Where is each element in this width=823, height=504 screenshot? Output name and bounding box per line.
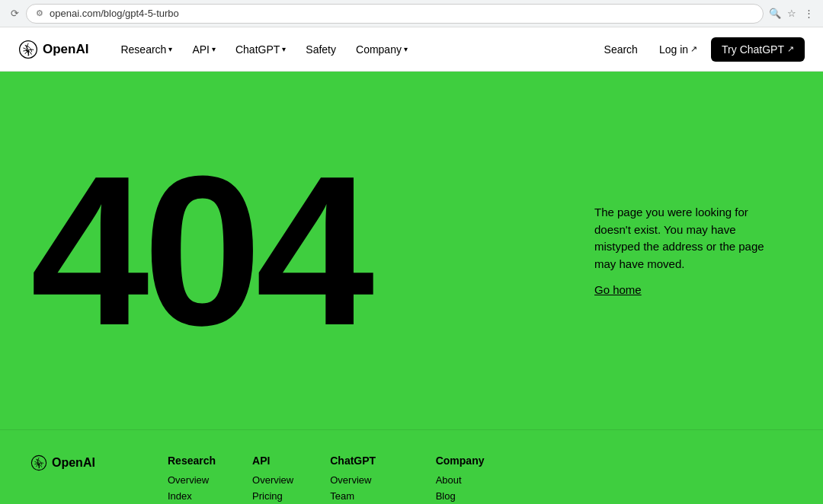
footer-col-api: API Overview Pricing Docs ↗ [252, 455, 293, 504]
footer-research-index[interactable]: Index [168, 490, 216, 502]
nav-api[interactable]: API ▾ [184, 39, 223, 60]
chatgpt-chevron-icon: ▾ [282, 45, 286, 53]
footer-chatgpt-overview[interactable]: Overview [330, 474, 399, 486]
nav-try-chatgpt-button[interactable]: Try ChatGPT ↗ [711, 37, 805, 62]
browser-reload-icon[interactable]: ⟳ [9, 8, 20, 19]
address-bar-container[interactable]: ⚙ openai.com/blog/gpt4-5-turbo [26, 4, 764, 24]
nav-company[interactable]: Company ▾ [348, 39, 415, 60]
error-description: The page you were looking for doesn't ex… [594, 204, 777, 273]
nav-login-button[interactable]: Log in ↗ [652, 39, 705, 60]
site-footer: OpenAI Research Overview Index GPT-4 DAL… [0, 429, 823, 504]
footer-col-company: Company About Blog Careers Charter Secur… [436, 455, 511, 504]
footer-col-company-heading: Company [436, 455, 511, 467]
nav-logo[interactable]: OpenAI [18, 40, 88, 59]
error-section: 404 The page you were looking for doesn'… [0, 72, 823, 429]
site-secure-icon: ⚙ [34, 8, 45, 19]
footer-api-pricing[interactable]: Pricing [252, 490, 293, 502]
error-code: 404 [30, 144, 368, 357]
footer-col-api-heading: API [252, 455, 293, 467]
nav-search-button[interactable]: Search [597, 39, 645, 60]
nav-links: Research ▾ API ▾ ChatGPT ▾ Safety Compan… [113, 39, 596, 60]
footer-company-blog[interactable]: Blog [436, 490, 511, 502]
try-arrow-icon: ↗ [787, 44, 794, 54]
openai-logo-icon [18, 40, 38, 59]
footer-col-chatgpt-heading: ChatGPT [330, 455, 399, 467]
browser-bookmark-icon[interactable]: ☆ [786, 8, 797, 19]
login-arrow-icon: ↗ [690, 44, 697, 54]
footer-logo[interactable]: OpenAI [30, 455, 122, 471]
footer-logo-icon [30, 455, 47, 471]
browser-search-icon[interactable]: 🔍 [770, 8, 780, 19]
footer-research-overview[interactable]: Overview [168, 474, 216, 486]
footer-logo-text: OpenAI [52, 456, 95, 470]
footer-col-research: Research Overview Index GPT-4 DALL·E 3 S… [168, 455, 216, 504]
footer-columns: Research Overview Index GPT-4 DALL·E 3 S… [168, 455, 793, 504]
nav-actions: Search Log in ↗ Try ChatGPT ↗ [597, 37, 805, 62]
footer-col-research-heading: Research [168, 455, 216, 467]
logo-text: OpenAI [43, 42, 88, 57]
company-chevron-icon: ▾ [404, 45, 408, 53]
nav-safety[interactable]: Safety [298, 39, 344, 60]
footer-company-about[interactable]: About [436, 474, 511, 486]
address-text: openai.com/blog/gpt4-5-turbo [50, 8, 755, 19]
go-home-link[interactable]: Go home [594, 283, 642, 296]
error-message-block: The page you were looking for doesn't ex… [594, 204, 777, 297]
research-chevron-icon: ▾ [168, 45, 172, 53]
browser-address-bar: ⟳ ⚙ openai.com/blog/gpt4-5-turbo 🔍 ☆ ⋮ [0, 0, 823, 27]
footer-api-overview[interactable]: Overview [252, 474, 293, 486]
browser-menu-icon[interactable]: ⋮ [803, 8, 814, 19]
nav-research[interactable]: Research ▾ [113, 39, 180, 60]
footer-chatgpt-team[interactable]: Team [330, 490, 399, 502]
api-chevron-icon: ▾ [212, 45, 216, 53]
footer-col-chatgpt: ChatGPT Overview Team Enterprise Pricing… [330, 455, 399, 504]
site-nav: OpenAI Research ▾ API ▾ ChatGPT ▾ Safety… [0, 27, 823, 72]
nav-chatgpt[interactable]: ChatGPT ▾ [228, 39, 293, 60]
footer-inner: OpenAI Research Overview Index GPT-4 DAL… [30, 455, 793, 504]
